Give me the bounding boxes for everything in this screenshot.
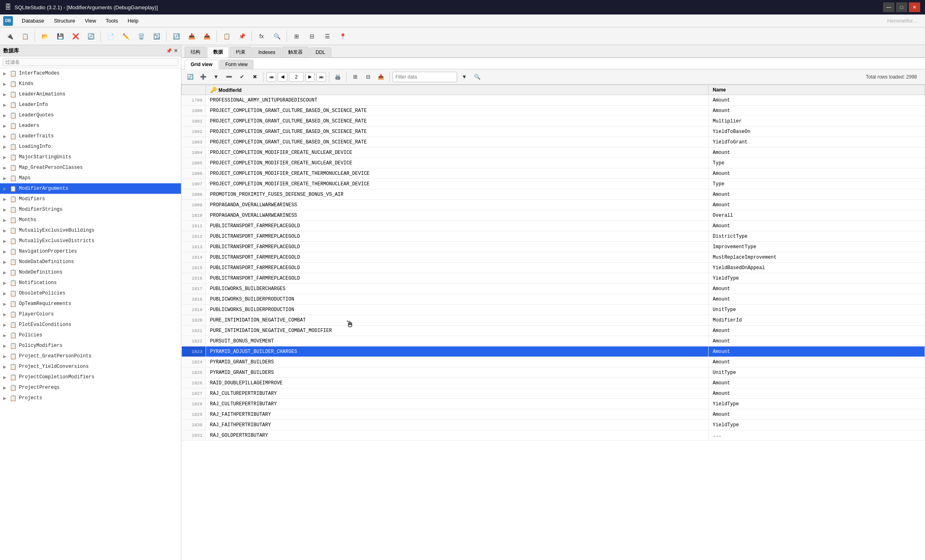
sidebar-item-policies[interactable]: ▶ 📋 Policies (0, 330, 181, 340)
data-cancel-btn[interactable]: ✖ (249, 71, 260, 83)
toolbar-new-btn[interactable]: 📄 (103, 29, 118, 44)
table-row[interactable]: 1805 PROJECT_COMPLETION_MODIFIER_CREATE_… (182, 158, 925, 168)
toolbar-import-btn[interactable]: 📥 (184, 29, 199, 44)
toolbar-save-btn[interactable]: 💾 (53, 29, 67, 44)
sidebar-item-projectcompletionmodifiers[interactable]: ▶ 📋 ProjectCompletionModifiers (0, 372, 181, 382)
sidebar-item-modifierstrings[interactable]: ▶ 📋 ModifierStrings (0, 204, 181, 215)
sidebar-item-navigationproperties[interactable]: ▶ 📋 NavigationProperties (0, 246, 181, 257)
menu-structure[interactable]: Structure (50, 16, 79, 25)
toolbar-edit-btn[interactable]: ✏️ (118, 29, 133, 44)
sidebar-item-leaderanimations[interactable]: ▶ 📋 LeaderAnimations (0, 89, 181, 100)
data-confirm-btn[interactable]: ✔ (236, 71, 247, 83)
data-filter-dropdown-btn[interactable]: ▼ (459, 71, 470, 83)
sidebar-item-mutuallyexclusivedistricts[interactable]: ▶ 📋 MutuallyExclusiveDistricts (0, 236, 181, 246)
sidebar-item-leaderquotes[interactable]: ▶ 📋 LeaderQuotes (0, 110, 181, 120)
table-row[interactable]: 1807 PROJECT_COMPLETION_MODIFIER_CREATE_… (182, 179, 925, 189)
sidebar-item-modifiers[interactable]: ▶ 📋 Modifiers (0, 194, 181, 204)
table-row[interactable]: 1820 PURE_INTIMIDATION_NEGATIVE_COMBAT M… (182, 315, 925, 326)
sidebar-item-nodedatadefinitions[interactable]: ▶ 📋 NodeDataDefinitions (0, 257, 181, 267)
table-row[interactable]: 1806 PROJECT_COMPLETION_MODIFIER_CREATE_… (182, 168, 925, 179)
sidebar-item-opteamrequirements[interactable]: ▶ 📋 OpTeamRequirements (0, 299, 181, 309)
sidebar-item-notifications[interactable]: ▶ 📋 Notifications (0, 278, 181, 288)
tab-triggers[interactable]: 触发器 (282, 47, 309, 57)
table-row[interactable]: 1801 PROJECT_COMPLETION_GRANT_CULTURE_BA… (182, 116, 925, 127)
maximize-button[interactable]: □ (896, 2, 907, 12)
data-filter-input[interactable] (393, 72, 457, 82)
table-row[interactable]: 1825 PYRAMID_GRANT_BUILDERS UnitType (182, 367, 925, 378)
menu-help[interactable]: Help (124, 16, 143, 25)
toolbar-export-btn[interactable]: 📤 (200, 29, 214, 44)
table-row[interactable]: 1819 PUBLICWORKS_BUILDERPRODUCTION UnitT… (182, 305, 925, 315)
menu-view[interactable]: View (81, 16, 100, 25)
sidebar-item-plotevalconditions[interactable]: ▶ 📋 PlotEvalConditions (0, 319, 181, 330)
toolbar-fx-btn[interactable]: fx (254, 29, 269, 44)
table-row[interactable]: 1815 PUBLICTRANSPORT_FARMREPLACEGOLD Yie… (182, 263, 925, 273)
data-last-btn[interactable]: ⏭ (316, 72, 326, 82)
sidebar-item-projectprereqs[interactable]: ▶ 📋 ProjectPrereqs (0, 382, 181, 393)
data-print-btn[interactable]: 🖨️ (332, 71, 343, 83)
table-row[interactable]: 1809 PROPAGANDA_OVERALLWARWEARINESS Amou… (182, 200, 925, 210)
table-row[interactable]: 1818 PUBLICWORKS_BUILDERPRODUCTION Amoun… (182, 294, 925, 305)
table-row[interactable]: 1822 PURSUIT_BONUS_MOVEMENT Amount (182, 336, 925, 346)
data-collapse-btn[interactable]: ⊟ (362, 71, 374, 83)
toolbar-sql-btn[interactable]: 📋 (18, 29, 32, 44)
table-row[interactable]: 1829 RAJ_FAITHPERTRIBUTARY Amount (182, 409, 925, 420)
table-row[interactable]: 1803 PROJECT_COMPLETION_GRANT_CULTURE_BA… (182, 137, 925, 147)
toolbar-close-db-btn[interactable]: ❌ (68, 29, 83, 44)
table-row[interactable]: 1802 PROJECT_COMPLETION_GRANT_CULTURE_BA… (182, 127, 925, 137)
table-row[interactable]: 1828 RAJ_CULTUREPERTRIBUTARY YieldType (182, 399, 925, 409)
table-row[interactable]: 1812 PUBLICTRANSPORT_FARMREPLACEGOLD Dis… (182, 231, 925, 242)
sidebar-item-leadertraits[interactable]: ▶ 📋 LeaderTraits (0, 131, 181, 141)
toolbar-open-db-btn[interactable]: 📂 (37, 29, 52, 44)
sidebar-filter-input[interactable] (2, 58, 179, 66)
sidebar-item-interfacemodes[interactable]: ▶ 📋 InterfaceModes (0, 68, 181, 79)
sidebar-item-projects[interactable]: ▶ 📋 Projects (0, 393, 181, 403)
sidebar-item-loadinginfo[interactable]: ▶ 📋 LoadingInfo (0, 141, 181, 152)
sidebar-item-project_yieldconversions[interactable]: ▶ 📋 Project_YieldConversions (0, 361, 181, 372)
sidebar-item-policymodifiers[interactable]: ▶ 📋 PolicyModifiers (0, 340, 181, 351)
tab-data[interactable]: 数据 (207, 47, 229, 58)
toolbar-refresh-btn[interactable]: 🔃 (169, 29, 183, 44)
table-row[interactable]: 1831 RAJ_GOLDPERTRIBUTARY ... (182, 430, 925, 441)
sidebar-item-maps[interactable]: ▶ 📋 Maps (0, 173, 181, 183)
table-row[interactable]: 1830 RAJ_FAITHPERTRIBUTARY YieldType (182, 420, 925, 430)
sidebar-item-modifierarguments[interactable]: ▶ 📋 ModifierArguments (0, 183, 181, 194)
table-row[interactable]: 1799 PROFESSIONAL_ARMY_UNITUPGRADEDISCOU… (182, 95, 925, 106)
tab-form-view[interactable]: Form view (219, 60, 254, 69)
table-row[interactable]: 1817 PUBLICWORKS_BUILDERCHARGES Amount (182, 284, 925, 294)
sidebar-item-kinds[interactable]: ▶ 📋 Kinds (0, 79, 181, 89)
sidebar-item-nodedefinitions[interactable]: ▶ 📋 NodeDefinitions (0, 267, 181, 278)
data-filter-apply-btn[interactable]: 🔍 (472, 71, 483, 83)
table-row[interactable]: 1827 RAJ_CULTUREPERTRIBUTARY Amount (182, 388, 925, 399)
data-delete-btn[interactable]: ➖ (223, 71, 235, 83)
tab-indexes[interactable]: Indexes (252, 48, 281, 57)
toolbar-connect-btn[interactable]: 🔌 (2, 29, 17, 44)
sidebar-item-leaders[interactable]: ▶ 📋 Leaders (0, 120, 181, 131)
table-row[interactable]: 1821 PURE_INTIMIDATION_NEGATIVE_COMBAT_M… (182, 326, 925, 336)
data-refresh-btn[interactable]: 🔄 (185, 71, 196, 83)
toolbar-delete-btn[interactable]: 🗑️ (134, 29, 148, 44)
toolbar-debug-btn[interactable]: 🔍 (270, 29, 284, 44)
data-expand-btn[interactable]: ⊞ (349, 71, 361, 83)
sidebar-item-project_greatpersonpoints[interactable]: ▶ 📋 Project_GreatPersonPoints (0, 351, 181, 361)
data-add-btn[interactable]: ➕ (197, 71, 209, 83)
sidebar-item-map_greatpersonclasses[interactable]: ▶ 📋 Map_GreatPersonClasses (0, 162, 181, 173)
sidebar-item-months[interactable]: ▶ 📋 Months (0, 215, 181, 225)
table-row[interactable]: 1800 PROJECT_COMPLETION_GRANT_CULTURE_BA… (182, 106, 925, 116)
data-next-btn[interactable]: ▶ (305, 72, 315, 82)
sidebar-item-majorstartingunits[interactable]: ▶ 📋 MajorStartingUnits (0, 152, 181, 162)
table-row[interactable]: 1814 PUBLICTRANSPORT_FARMREPLACEGOLD Mus… (182, 252, 925, 263)
toolbar-paste-btn[interactable]: 📌 (235, 29, 249, 44)
table-row[interactable]: 1816 PUBLICTRANSPORT_FARMREPLACEGOLD Yie… (182, 273, 925, 284)
toolbar-copy-btn[interactable]: 📋 (219, 29, 234, 44)
data-prev-btn[interactable]: ◀ (278, 72, 287, 82)
minimize-button[interactable]: — (883, 2, 894, 12)
data-add-dropdown-btn[interactable]: ▼ (210, 71, 222, 83)
tab-ddl[interactable]: DDL (310, 48, 331, 57)
sidebar-close-btn[interactable]: ✕ (174, 48, 178, 54)
tab-structure[interactable]: 结构 (185, 47, 206, 57)
table-row[interactable]: 1808 PROMOTION_PROXIMITY_FUSES_DEFENSE_B… (182, 189, 925, 200)
table-row[interactable]: 1823 PYRAMID_ADJUST_BUILDER_CHARGES Amou… (182, 346, 925, 357)
table-row[interactable]: 1804 PROJECT_COMPLETION_MODIFIER_CREATE_… (182, 147, 925, 158)
sidebar-pin-btn[interactable]: 📌 (166, 48, 172, 54)
